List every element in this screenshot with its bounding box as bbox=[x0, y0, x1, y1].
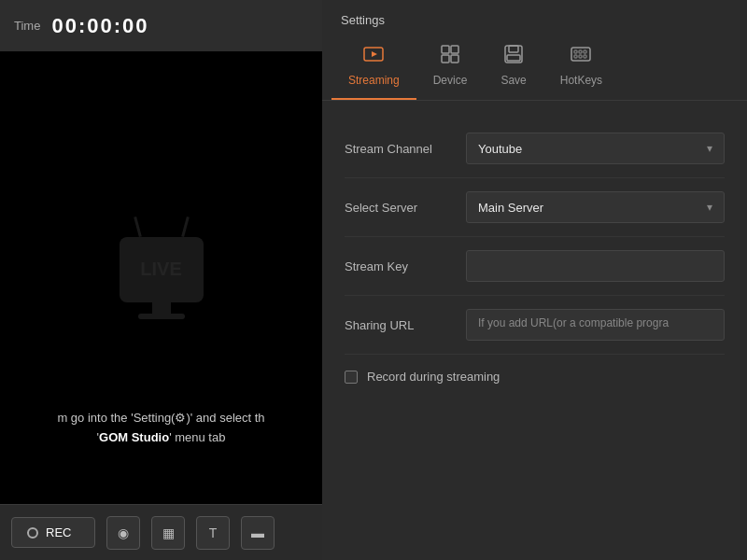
stream-key-row: Stream Key bbox=[345, 237, 725, 296]
rec-button[interactable]: REC bbox=[11, 517, 95, 548]
stream-channel-row: Stream Channel Youtube bbox=[345, 119, 725, 178]
save-icon bbox=[503, 44, 524, 69]
tv-stand bbox=[152, 302, 171, 314]
text-button[interactable]: T bbox=[196, 516, 230, 550]
record-checkbox-label: Record during streaming bbox=[367, 370, 500, 384]
tabs-row: Streaming Device Save bbox=[322, 35, 747, 101]
left-panel: Time 00:00:00 LIVE m go into the 'Settin… bbox=[0, 0, 322, 560]
svg-rect-7 bbox=[509, 46, 518, 52]
video-caption: m go into the 'Setting(⚙)' and select th… bbox=[0, 409, 322, 448]
right-panel: Settings Streaming Device bbox=[322, 0, 747, 560]
svg-rect-14 bbox=[579, 55, 582, 58]
image-button[interactable]: ▬ bbox=[241, 516, 275, 550]
time-value: 00:00:00 bbox=[51, 14, 148, 38]
svg-rect-8 bbox=[507, 55, 520, 61]
svg-rect-4 bbox=[442, 55, 449, 63]
stream-channel-label: Stream Channel bbox=[345, 142, 466, 156]
tv-body: LIVE bbox=[120, 237, 204, 302]
stream-channel-value: Youtube bbox=[478, 142, 522, 156]
record-during-streaming-row: Record during streaming bbox=[345, 355, 725, 391]
time-bar: Time 00:00:00 bbox=[0, 0, 322, 51]
tv-antenna-right bbox=[181, 216, 190, 236]
streaming-icon bbox=[363, 44, 384, 69]
tab-hotkeys[interactable]: HotKeys bbox=[543, 35, 619, 100]
sharing-url-label: Sharing URL bbox=[345, 318, 466, 332]
tab-save[interactable]: Save bbox=[484, 35, 543, 100]
video-area: LIVE m go into the 'Setting(⚙)' and sele… bbox=[0, 51, 322, 504]
stream-channel-dropdown[interactable]: Youtube bbox=[466, 133, 725, 164]
text-icon: T bbox=[209, 525, 218, 540]
select-server-dropdown[interactable]: Main Server bbox=[466, 191, 725, 223]
sharing-url-value: If you add URL(or a compatible progra bbox=[478, 316, 669, 329]
rec-dot-icon bbox=[27, 527, 38, 539]
tv-antenna-left bbox=[134, 216, 142, 236]
save-label: Save bbox=[500, 74, 526, 87]
live-text: LIVE bbox=[140, 259, 181, 280]
tab-streaming[interactable]: Streaming bbox=[331, 35, 416, 100]
hotkeys-icon bbox=[571, 44, 591, 69]
crop-button[interactable]: ▦ bbox=[151, 516, 185, 550]
tab-device[interactable]: Device bbox=[416, 35, 485, 100]
time-label: Time bbox=[14, 19, 40, 33]
svg-rect-12 bbox=[584, 50, 586, 53]
tv-icon: LIVE bbox=[120, 237, 204, 319]
svg-rect-9 bbox=[571, 48, 590, 61]
streaming-label: Streaming bbox=[348, 74, 400, 87]
crop-icon: ▦ bbox=[162, 525, 175, 540]
bottom-bar: REC ◉ ▦ T ▬ bbox=[0, 504, 322, 560]
select-server-value: Main Server bbox=[478, 201, 543, 215]
hotkeys-label: HotKeys bbox=[560, 74, 602, 87]
svg-rect-2 bbox=[442, 46, 449, 53]
device-label: Device bbox=[433, 74, 468, 87]
select-server-label: Select Server bbox=[345, 201, 466, 215]
settings-title: Settings bbox=[322, 0, 747, 35]
svg-marker-1 bbox=[372, 51, 377, 57]
svg-rect-15 bbox=[584, 55, 586, 58]
device-icon bbox=[440, 44, 460, 69]
sharing-url-row: Sharing URL If you add URL(or a compatib… bbox=[345, 296, 725, 355]
sharing-url-input[interactable]: If you add URL(or a compatible progra bbox=[466, 309, 725, 341]
webcam-icon: ◉ bbox=[118, 525, 129, 540]
caption-line2: 'GOM Studio' menu tab bbox=[9, 428, 313, 448]
svg-rect-11 bbox=[579, 50, 582, 53]
stream-key-input[interactable] bbox=[466, 250, 725, 282]
tv-base bbox=[138, 314, 185, 319]
svg-rect-10 bbox=[574, 50, 577, 53]
svg-rect-13 bbox=[574, 55, 577, 58]
caption-brand: GOM Studio bbox=[99, 430, 169, 444]
svg-rect-5 bbox=[451, 55, 458, 63]
record-checkbox[interactable] bbox=[345, 371, 358, 384]
webcam-button[interactable]: ◉ bbox=[106, 516, 140, 550]
select-server-row: Select Server Main Server bbox=[345, 178, 725, 237]
image-icon: ▬ bbox=[251, 525, 264, 540]
rec-label: REC bbox=[46, 525, 71, 539]
settings-content: Stream Channel Youtube Select Server Mai… bbox=[322, 101, 747, 410]
svg-rect-3 bbox=[451, 46, 458, 53]
caption-line1: m go into the 'Setting(⚙)' and select th bbox=[9, 409, 313, 428]
stream-key-label: Stream Key bbox=[345, 259, 466, 273]
